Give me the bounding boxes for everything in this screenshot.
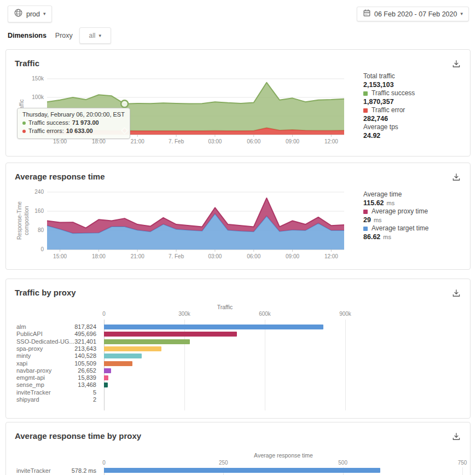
x-axis-tick: 250 <box>210 460 237 466</box>
chart-tooltip: Thursday, February 06, 20:00:00, EST Tra… <box>17 108 130 139</box>
x-axis-tick: 03:00 <box>200 138 230 144</box>
bar-row: shipyard2 <box>6 396 465 403</box>
bar-row-value: 817,824 <box>39 323 96 331</box>
bar-row-value: 495,696 <box>39 331 96 338</box>
error-dot-icon <box>22 130 26 133</box>
tooltip-title: Thursday, February 06, 20:00:00, EST <box>22 111 125 118</box>
download-icon <box>451 59 461 69</box>
card-title: Traffic <box>15 59 39 68</box>
bar-row-value: 26,652 <box>39 367 96 374</box>
calendar-icon <box>363 9 371 19</box>
date-range-picker[interactable]: 06 Feb 2020 - 07 Feb 2020 ▾ <box>357 7 469 21</box>
download-icon <box>451 172 461 182</box>
x-axis-tick: 06:00 <box>239 253 269 259</box>
x-axis-tick: 18:00 <box>83 253 114 259</box>
bar <box>104 339 190 344</box>
bar-row: sense_mp13,468 <box>6 381 465 389</box>
x-axis-tick: 15:00 <box>45 253 76 259</box>
bar-row: xapi105,509 <box>6 360 465 367</box>
success-dot-icon <box>22 121 26 125</box>
y-axis-title: Response-Time composition <box>16 201 30 240</box>
bar-row: alm817,824 <box>6 323 465 331</box>
x-axis-tick: 03:00 <box>200 253 230 259</box>
environment-label: prod <box>26 10 40 18</box>
y-axis-tick: 150k <box>19 76 44 82</box>
bar-row: inviteTracker5 <box>6 389 465 396</box>
traffic-card: Traffic Traffic 050k100k150k15:0018:0021… <box>5 49 471 157</box>
bar-row-value: 13,468 <box>39 381 96 389</box>
bar-row: SSO-Dedicated-UG...321,401 <box>6 338 465 345</box>
response-time-card: Average response time Response-Time comp… <box>5 163 471 270</box>
bar-row-value: 15,839 <box>39 374 96 381</box>
bar-row: inviteTracker578.2 ms <box>6 467 465 474</box>
bar-row-label: minty <box>16 352 31 360</box>
traffic-stats: Total traffic 2,153,103 Traffic success … <box>363 72 467 140</box>
x-axis-tick: 7. Feb <box>161 138 191 144</box>
response-time-chart-plot[interactable]: 08016024015:0018:0021:007. Feb03:0006:00… <box>47 192 344 250</box>
x-axis-tick: 0 <box>90 460 118 466</box>
x-axis-tick: 750 <box>449 460 471 466</box>
bar <box>104 375 108 380</box>
response-time-stats: Average time 115.62ms Average proxy time… <box>363 190 467 241</box>
x-axis-tick: 600k <box>251 311 278 317</box>
target-time-swatch-icon <box>363 227 368 231</box>
x-axis-tick: 7. Feb <box>161 253 191 259</box>
bar-row-label: xapi <box>16 360 27 367</box>
proxy-filter-select[interactable]: all ▾ <box>79 27 111 44</box>
download-button[interactable] <box>450 172 462 184</box>
error-swatch-icon <box>363 108 368 113</box>
traffic-by-proxy-card: Traffic by proxy Traffic 0300k600k900kal… <box>5 279 471 419</box>
tooltip-row: Traffic success: 71 973.00 <box>22 119 125 127</box>
chevron-down-icon: ▾ <box>99 33 102 38</box>
traffic-by-proxy-plot[interactable]: 0300k600k900kalm817,824PublicAPI495,696S… <box>6 279 470 418</box>
chevron-down-icon: ▾ <box>43 11 46 16</box>
proxy-time-swatch-icon <box>363 210 368 214</box>
environment-selector[interactable]: prod ▾ <box>8 5 52 22</box>
dimension-name: Proxy <box>55 32 73 39</box>
y-axis-tick: 0 <box>19 246 44 252</box>
download-button[interactable] <box>450 59 462 71</box>
bar-row-value: 321,401 <box>39 338 96 345</box>
bar-row-label: shipyard <box>16 396 39 403</box>
success-swatch-icon <box>363 91 368 96</box>
bar-row: spa-proxy213,643 <box>6 345 465 352</box>
bar-row-value: 213,643 <box>39 345 96 352</box>
bar-row: PublicAPI495,696 <box>6 331 465 338</box>
x-axis-tick: 900k <box>332 311 359 317</box>
x-axis-tick: 06:00 <box>239 138 269 144</box>
bar <box>104 325 323 329</box>
x-axis-tick: 12:00 <box>316 138 346 144</box>
x-axis-tick: 09:00 <box>277 138 308 144</box>
x-axis-tick: 300k <box>171 311 198 317</box>
bar-row-value: 140,528 <box>39 352 96 360</box>
response-time-by-proxy-card: Average response time by proxy Average r… <box>5 422 471 475</box>
bar <box>104 354 142 358</box>
x-axis-tick: 12:00 <box>316 253 346 259</box>
x-axis-tick: 500 <box>329 460 357 466</box>
bar <box>104 468 380 473</box>
bar-row-value: 105,509 <box>39 360 96 367</box>
x-axis-tick: 15:00 <box>45 138 76 144</box>
x-axis-tick: 18:00 <box>83 138 114 144</box>
bar <box>104 383 108 387</box>
dimensions-label: Dimensions <box>8 32 47 39</box>
bar <box>104 368 111 373</box>
proxy-filter-value: all <box>89 32 96 39</box>
date-range-label: 06 Feb 2020 - 07 Feb 2020 <box>374 10 457 18</box>
bar-row-value: 578.2 ms <box>39 467 96 474</box>
tooltip-row: Traffic errors: 10 633.00 <box>22 127 125 135</box>
x-axis-tick: 21:00 <box>122 253 153 259</box>
x-axis-tick: 0 <box>90 311 118 317</box>
response-time-by-proxy-plot[interactable]: 0250500750inviteTracker578.2 ms <box>6 422 470 475</box>
bar <box>104 346 161 351</box>
bar-row: navbar-proxy26,652 <box>6 367 465 374</box>
card-title: Average response time <box>15 172 105 181</box>
chevron-down-icon: ▾ <box>460 11 463 16</box>
bar <box>104 332 237 337</box>
bar-row: emgmt-api15,839 <box>6 374 465 381</box>
x-axis-tick: 09:00 <box>277 253 308 259</box>
bar <box>104 361 132 366</box>
bar-row: minty140,528 <box>6 352 465 360</box>
globe-icon <box>14 8 23 20</box>
bar-row-value: 2 <box>39 396 96 403</box>
